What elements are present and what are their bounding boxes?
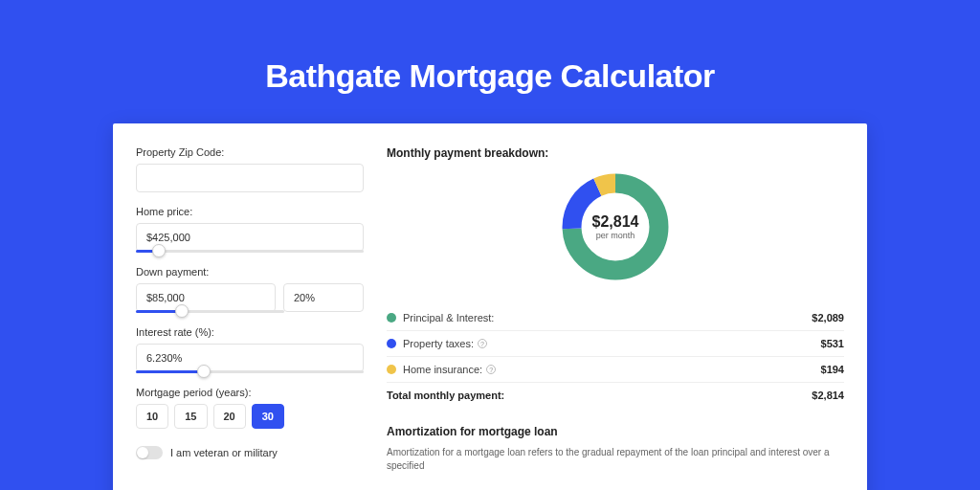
donut-sub: per month — [596, 231, 635, 240]
legend-label: Property taxes: ? — [403, 338, 821, 349]
interest-slider[interactable] — [136, 370, 364, 373]
veteran-toggle[interactable] — [136, 446, 163, 459]
legend-row: Property taxes: ?$531 — [387, 331, 844, 357]
breakdown-panel: Monthly payment breakdown: $2,814 per mo… — [387, 146, 844, 490]
veteran-label: I am veteran or military — [170, 447, 278, 458]
help-icon[interactable]: ? — [478, 339, 487, 348]
slider-thumb[interactable] — [175, 304, 189, 318]
slider-thumb[interactable] — [152, 244, 166, 257]
period-label: Mortgage period (years): — [136, 387, 364, 398]
legend-total-row: Total monthly payment:$2,814 — [387, 383, 844, 408]
form-panel: Property Zip Code: Home price: Down paym… — [136, 146, 364, 490]
donut-chart-wrap: $2,814 per month — [387, 169, 844, 284]
legend-row: Home insurance: ?$194 — [387, 357, 844, 383]
calculator-card: Property Zip Code: Home price: Down paym… — [113, 123, 867, 490]
legend-value: $194 — [821, 364, 844, 375]
down-payment-input[interactable] — [136, 283, 276, 312]
page-title: Bathgate Mortgage Calculator — [0, 57, 980, 95]
donut-amount: $2,814 — [592, 213, 639, 231]
legend-dot — [387, 365, 396, 374]
legend-label: Principal & Interest: — [403, 312, 812, 323]
legend-value: $531 — [821, 338, 844, 349]
home-price-input[interactable] — [136, 223, 364, 252]
donut-chart: $2,814 per month — [558, 169, 673, 284]
total-label: Total monthly payment: — [387, 390, 812, 401]
donut-center: $2,814 per month — [558, 169, 673, 284]
legend-row: Principal & Interest:$2,089 — [387, 305, 844, 331]
zip-input[interactable] — [136, 164, 364, 192]
down-payment-percent-input[interactable] — [283, 283, 364, 312]
breakdown-title: Monthly payment breakdown: — [387, 146, 844, 160]
home-price-label: Home price: — [136, 206, 364, 217]
zip-label: Property Zip Code: — [136, 146, 364, 158]
down-payment-slider[interactable] — [136, 310, 284, 313]
legend-dot — [387, 339, 396, 348]
period-button-30[interactable]: 30 — [252, 404, 284, 429]
zip-field: Property Zip Code: — [136, 146, 364, 192]
interest-label: Interest rate (%): — [136, 326, 364, 338]
down-payment-label: Down payment: — [136, 266, 364, 278]
period-button-10[interactable]: 10 — [136, 404, 168, 429]
amortization-text: Amortization for a mortgage loan refers … — [387, 446, 844, 473]
interest-field: Interest rate (%): — [136, 326, 364, 373]
total-value: $2,814 — [812, 390, 844, 401]
slider-fill — [136, 370, 204, 373]
interest-input[interactable] — [136, 344, 364, 372]
period-button-15[interactable]: 15 — [174, 404, 207, 429]
period-buttons: 10152030 — [136, 404, 364, 429]
home-price-slider[interactable] — [136, 250, 364, 253]
down-payment-field: Down payment: — [136, 266, 364, 313]
legend-label: Home insurance: ? — [403, 364, 821, 375]
help-icon[interactable]: ? — [486, 365, 496, 374]
home-price-field: Home price: — [136, 206, 364, 253]
amortization-title: Amortization for mortgage loan — [387, 425, 844, 438]
slider-thumb[interactable] — [197, 365, 211, 378]
legend-dot — [387, 313, 396, 323]
period-button-20[interactable]: 20 — [213, 404, 246, 429]
toggle-knob — [137, 447, 148, 458]
period-field: Mortgage period (years): 10152030 — [136, 387, 364, 429]
veteran-row: I am veteran or military — [136, 446, 364, 459]
legend-value: $2,089 — [812, 312, 844, 323]
legend: Principal & Interest:$2,089Property taxe… — [387, 305, 844, 408]
